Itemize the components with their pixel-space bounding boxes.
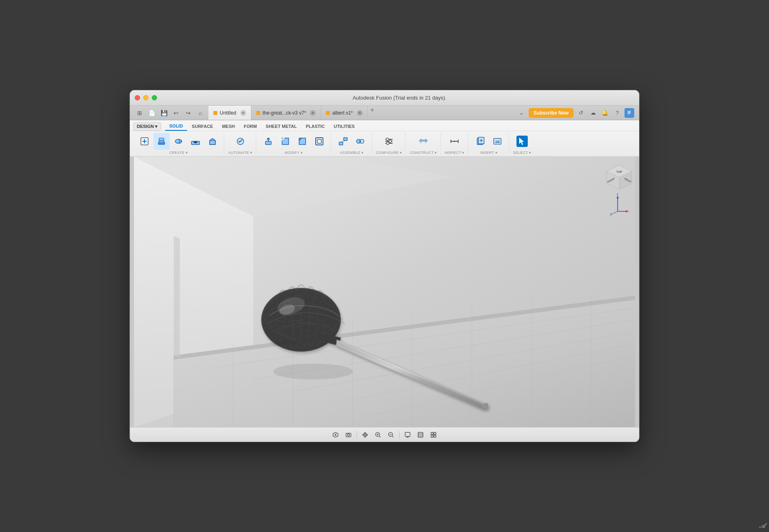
insert-tool1[interactable] [472,133,489,150]
tool-group-create: CREATE ▾ [133,133,224,155]
svg-marker-43 [519,138,524,145]
chamfer-tool[interactable] [294,133,310,150]
tab-utilities[interactable]: UTILITIES [329,122,359,130]
tool-group-modify: MODIFY ▾ [257,133,331,155]
display-icon[interactable] [402,429,413,440]
tab-label-the-great: the-great...ck-v3 v7* [263,110,306,116]
new-component-tool[interactable] [136,133,153,150]
hole-tool[interactable] [187,133,204,150]
snap-icon[interactable] [330,429,341,440]
box-icon [207,136,218,147]
svg-point-22 [359,140,361,142]
press-pull-tool[interactable] [260,133,276,150]
tool-group-select: SELECT ▾ [510,133,535,155]
viewport[interactable]: TOP RIGHT FRONT Z X Z [130,157,639,427]
automate-label: AUTOMATE ▾ [228,151,253,155]
minimize-button[interactable] [143,95,149,100]
construct-label: CONSTRUCT ▾ [410,151,437,155]
modify-tools [260,133,327,150]
help-icon[interactable]: ? [612,108,622,118]
tab-untitled[interactable]: Untitled ✕ [208,106,251,120]
traffic-lights [135,95,157,100]
subscribe-button[interactable]: Subscribe Now [529,108,574,118]
svg-text:Z: Z [610,213,612,215]
configure-label: CONFIGURE ▾ [376,151,402,155]
revolve-tool[interactable] [170,133,187,150]
svg-rect-29 [419,140,427,141]
svg-rect-11 [266,141,271,145]
home-icon[interactable]: ⌂ [195,108,205,118]
svg-line-19 [341,140,345,142]
tab-plastic[interactable]: PLASTIC [302,122,329,130]
tab-close-albert[interactable]: ✕ [357,110,363,116]
undo-icon[interactable]: ↩ [171,108,181,118]
revolve-icon [173,136,184,147]
chamfer-icon [297,136,308,147]
tab-form[interactable]: FORM [240,122,261,130]
create-tools [136,133,221,150]
grid-icon[interactable] [428,429,439,440]
navigation-cube[interactable]: TOP RIGHT FRONT [604,163,633,192]
save-icon[interactable]: 💾 [159,108,169,118]
automate-tool[interactable] [232,133,249,150]
assemble-icon1 [338,136,349,147]
shell-tool[interactable] [311,133,327,150]
chevron-down-icon[interactable]: ⌄ [516,108,526,118]
configure-tool[interactable] [381,133,397,150]
tab-solid[interactable]: SOLID [165,122,187,131]
user-avatar[interactable]: IF [625,108,634,118]
fillet-tool[interactable] [277,133,293,150]
svg-point-6 [175,139,182,143]
file-icon[interactable]: 📄 [147,108,157,118]
zoom-box-icon[interactable] [385,429,397,440]
separator2 [399,431,399,438]
tab-close-untitled[interactable]: ✕ [240,110,246,116]
automate-icon [235,136,246,147]
tab-bar-right: ⌄ Subscribe Now ↺ ☁ 🔔 ? IF [513,106,637,120]
tab-close-the-great[interactable]: ✕ [310,110,316,116]
axis-indicator: Z X Z [607,193,629,217]
insert-tool2[interactable] [489,133,506,150]
select-tool[interactable] [514,133,530,150]
assemble-label: ASSEMBLE ▾ [340,151,363,155]
assemble-tool1[interactable] [335,133,351,150]
new-component-icon [139,136,150,147]
tab-mesh[interactable]: MESH [218,122,239,130]
tab-surface[interactable]: SURFACE [188,122,217,130]
select-tools [514,133,530,150]
svg-point-28 [387,142,389,145]
tab-sheet-metal[interactable]: SHEET METAL [262,122,301,130]
svg-rect-18 [344,138,347,140]
refresh-icon[interactable]: ↺ [576,108,586,118]
svg-rect-111 [431,432,433,434]
fullscreen-button[interactable] [152,95,157,100]
svg-point-42 [495,140,497,141]
tab-albert[interactable]: albert v1* ✕ [321,106,368,120]
zoom-fit-icon[interactable] [372,429,384,440]
separator1 [357,431,357,438]
capture-icon[interactable] [343,429,354,440]
close-button[interactable] [135,95,140,100]
tab-label-untitled: Untitled [220,110,236,116]
svg-point-78 [273,364,353,379]
box-tool[interactable] [204,133,221,150]
measure-tool[interactable] [446,133,463,150]
inspect-label: INSPECT ▾ [445,151,465,155]
svg-rect-112 [434,432,436,434]
pan-icon[interactable] [359,429,371,440]
cloud-icon[interactable]: ☁ [588,108,598,118]
tab-the-great[interactable]: the-great...ck-v3 v7* ✕ [251,106,321,120]
extrude-tool[interactable] [153,133,170,150]
grid-menu-icon[interactable]: ⊞ [135,108,144,118]
construct-tool[interactable] [415,133,431,150]
construct-icon [418,136,429,147]
notifications-icon[interactable]: 🔔 [600,108,610,118]
visual-style-icon[interactable] [415,429,426,440]
tool-group-inspect: INSPECT ▾ [442,133,468,155]
construct-tools [415,133,431,150]
redo-icon[interactable]: ↪ [183,108,193,118]
add-tab-button[interactable]: + [368,106,377,115]
design-dropdown[interactable]: DESIGN ▾ [133,122,161,131]
svg-line-92 [612,211,618,214]
joint-tool[interactable] [352,133,368,150]
